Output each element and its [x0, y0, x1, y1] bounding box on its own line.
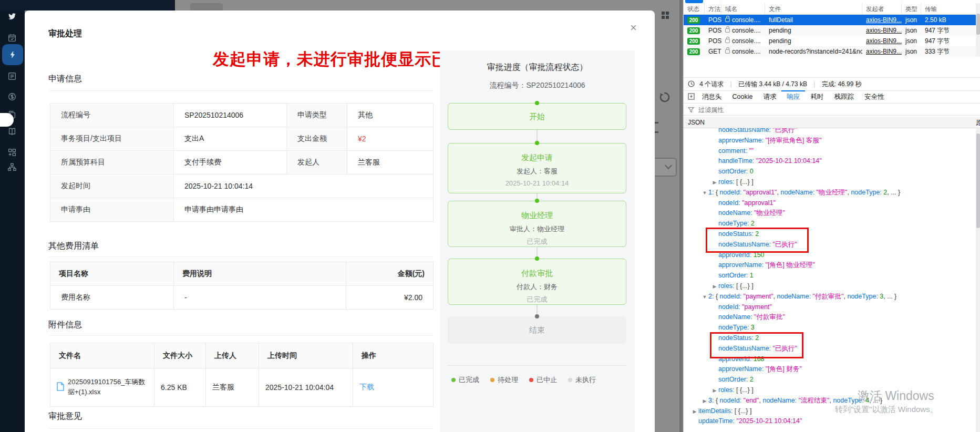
status-badge: 200 [687, 17, 700, 24]
lock-icon [725, 18, 730, 22]
legend-dot [568, 378, 572, 382]
table-row: 所属预算科目支付手续费发起人兰客服 [50, 151, 434, 174]
attachment-filename: 20250919101756_车辆数据+(1).xlsx [68, 377, 148, 397]
request-file: fullDetail [769, 16, 793, 24]
dimmed-header-button [190, 3, 223, 11]
network-row[interactable]: 200GETconsole....node-records?instanceId… [684, 46, 980, 57]
table-row: 流程编号SP202510214006申请类型其他 [50, 104, 434, 127]
panel-dock-icon[interactable] [688, 93, 695, 101]
info-value: 支付手续费 [174, 151, 287, 174]
status-badge: 200 [687, 38, 700, 45]
grid-add-icon[interactable] [7, 148, 18, 158]
attach-col-file: 文件名 [50, 343, 154, 368]
tab-Cookie[interactable]: Cookie [727, 90, 758, 104]
legend-item: 待处理 [490, 375, 518, 385]
file-icon [57, 382, 64, 393]
tab-响应[interactable]: 响应 [781, 90, 805, 104]
download-link[interactable]: 下载 [359, 383, 374, 391]
sidebar-item-active[interactable] [2, 44, 23, 65]
page-scrollbar[interactable] [679, 0, 683, 432]
refresh-icon[interactable] [659, 91, 670, 105]
json-line: handleTime: "2025-10-21 10:04:14" [684, 156, 976, 167]
section-title-attachments: 附件信息 [48, 320, 82, 331]
json-line: sortOrder: 2 [684, 375, 976, 385]
twisty-icon[interactable]: ▼ [701, 188, 708, 199]
status-badge: 200 [687, 48, 700, 55]
approval-flow-panel: 审批进度（审批流程状态） 流程编号：SP202510214006 开始发起申请发… [440, 50, 635, 432]
network-col-header[interactable]: 传输 [921, 3, 980, 15]
network-col-header[interactable]: 发起者 [862, 3, 902, 15]
info-value: 申请事由申请事由 [174, 198, 434, 222]
network-row[interactable]: 200POSTconsole....pendingaxios-BlN9...js… [684, 36, 980, 46]
json-line: sortOrder: 0 [684, 167, 976, 177]
info-value: 支出A [174, 127, 287, 151]
annotation-box-1 [706, 228, 809, 253]
fee-col-amount: 金额(元) [346, 262, 434, 286]
twisty-icon[interactable]: ▼ [701, 292, 708, 303]
sidebar [0, 11, 25, 432]
twisty-icon[interactable]: ▶ [691, 407, 698, 417]
flow-step-5: 结束 [448, 316, 626, 343]
json-line: comment: "" [684, 146, 976, 157]
twisty-icon[interactable]: ▶ [711, 386, 718, 396]
fee-col-name: 项目名称 [50, 262, 174, 286]
network-col-header[interactable]: 文件 [765, 3, 862, 15]
attachment-uploader: 兰客服 [206, 368, 259, 407]
calendar-check-icon[interactable] [7, 33, 18, 44]
twitter-bird-icon[interactable] [7, 12, 18, 22]
overlay-top [175, 0, 679, 11]
flow-legend: 已完成待处理已中止未执行 [451, 375, 596, 385]
json-line: ▶roles: [ {...} ] [684, 177, 976, 188]
book-icon[interactable] [7, 127, 18, 137]
lock-icon [725, 28, 730, 33]
grid-apps-icon[interactable] [662, 12, 670, 20]
initiator-link[interactable]: axios-BlN9... [866, 48, 902, 55]
section-title-opinion: 审批意见 [48, 411, 82, 422]
filter-row[interactable]: 过滤属性 [684, 104, 980, 116]
twisty-icon[interactable]: ▶ [701, 396, 708, 407]
network-col-header[interactable]: 状态 [684, 3, 705, 15]
json-line: nodeName: "付款审批" [684, 312, 976, 323]
dollar-circle-icon[interactable] [7, 92, 18, 102]
network-col-header[interactable]: 方法 [705, 3, 721, 15]
network-col-header[interactable]: 类型 [902, 3, 921, 15]
tab-栈跟踪[interactable]: 栈跟踪 [829, 90, 859, 104]
request-type: json [905, 27, 917, 34]
twisty-icon[interactable]: ▶ [711, 282, 718, 292]
flow-step-4: 付款审批付款人：财务已完成 [448, 259, 626, 305]
info-value: 兰客服 [347, 151, 434, 174]
twisty-icon[interactable]: ▶ [711, 178, 718, 188]
org-chart-icon[interactable] [7, 162, 18, 173]
flow-process-code: 流程编号：SP202510214006 [440, 81, 635, 90]
initiator-link[interactable]: axios-BlN9... [866, 27, 902, 34]
chevron-down-icon [665, 162, 672, 169]
request-method: GET [708, 48, 721, 55]
dimmed-line [655, 122, 658, 124]
transfer-size: 333 字节 [925, 48, 950, 55]
sidebar-drawer-handle[interactable] [0, 113, 14, 127]
close-icon[interactable]: × [630, 22, 637, 34]
json-line: approverName: "[角色] 物业经理" [684, 260, 976, 271]
request-domain: console.... [732, 27, 761, 34]
overlay-right-strip [655, 11, 679, 432]
network-row[interactable]: 200POSTconsole....pendingaxios-BlN9...js… [684, 25, 980, 36]
form-list-icon[interactable] [7, 71, 18, 82]
json-line: updateTime: "2025-10-21 10:04:14" [684, 416, 976, 427]
tab-请求[interactable]: 请求 [758, 90, 781, 104]
network-col-header[interactable]: 域名 [721, 3, 765, 15]
fee-amount: ¥2.00 [346, 286, 434, 310]
section-title-fee-list: 其他费用清单 [48, 241, 99, 252]
tab-消息头[interactable]: 消息头 [697, 90, 727, 104]
json-scrollbar[interactable] [976, 128, 980, 432]
initiator-link[interactable]: axios-BlN9... [866, 16, 902, 24]
initiator-link[interactable]: axios-BlN9... [866, 37, 902, 45]
request-method: POST [708, 27, 721, 34]
raw-toggle-label[interactable]: 原始 [976, 117, 980, 128]
tab-安全性[interactable]: 安全性 [859, 90, 890, 104]
lock-icon [725, 39, 730, 43]
approval-modal: 审批处理 × 发起申请，未进行审批便显示已执行 申请信息 流程编号SP20251… [25, 11, 655, 432]
tab-耗时[interactable]: 耗时 [805, 90, 829, 104]
status-badge: 200 [687, 27, 700, 34]
network-scrollbar[interactable] [976, 3, 980, 57]
network-row[interactable]: 200POSTconsole....fullDetailaxios-BlN9..… [684, 15, 980, 25]
